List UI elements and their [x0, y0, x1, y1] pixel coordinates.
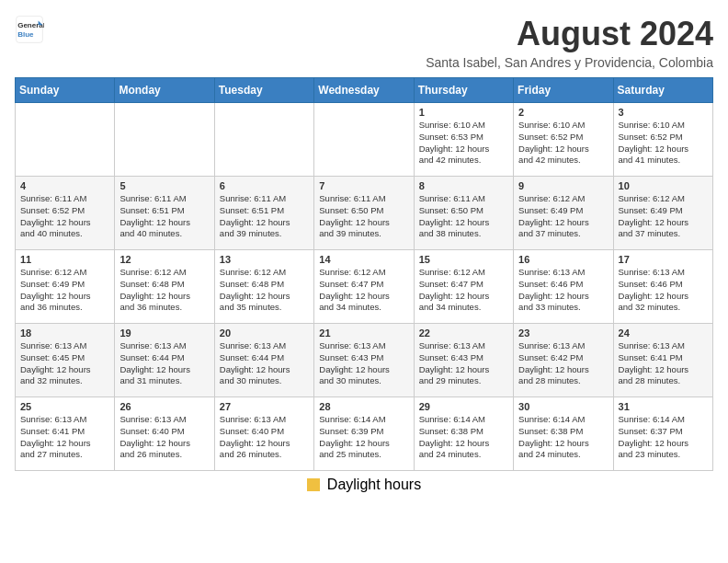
calendar-cell: 20Sunrise: 6:13 AM Sunset: 6:44 PM Dayli… [214, 324, 313, 397]
day-info: Sunrise: 6:13 AM Sunset: 6:44 PM Dayligh… [220, 340, 309, 387]
day-number: 22 [419, 327, 508, 339]
day-number: 30 [518, 401, 608, 412]
calendar-cell: 6Sunrise: 6:11 AM Sunset: 6:51 PM Daylig… [214, 177, 313, 250]
calendar-cell: 27Sunrise: 6:13 AM Sunset: 6:40 PM Dayli… [214, 397, 313, 471]
day-info: Sunrise: 6:13 AM Sunset: 6:43 PM Dayligh… [419, 340, 508, 387]
calendar-cell [314, 103, 414, 177]
header: General Blue August 2024 Santa Isabel, S… [15, 15, 713, 70]
calendar-week-5: 25Sunrise: 6:13 AM Sunset: 6:41 PM Dayli… [16, 397, 713, 471]
day-number: 14 [319, 254, 408, 265]
day-number: 24 [619, 327, 708, 339]
day-info: Sunrise: 6:14 AM Sunset: 6:38 PM Dayligh… [419, 414, 508, 461]
day-info: Sunrise: 6:11 AM Sunset: 6:50 PM Dayligh… [319, 193, 408, 240]
day-info: Sunrise: 6:12 AM Sunset: 6:47 PM Dayligh… [419, 267, 508, 314]
calendar-cell: 31Sunrise: 6:14 AM Sunset: 6:37 PM Dayli… [613, 397, 712, 471]
day-info: Sunrise: 6:13 AM Sunset: 6:45 PM Dayligh… [20, 340, 109, 387]
day-info: Sunrise: 6:14 AM Sunset: 6:39 PM Dayligh… [319, 414, 408, 461]
calendar-cell: 29Sunrise: 6:14 AM Sunset: 6:38 PM Dayli… [414, 397, 513, 471]
calendar-week-2: 4Sunrise: 6:11 AM Sunset: 6:52 PM Daylig… [16, 177, 713, 250]
calendar-week-4: 18Sunrise: 6:13 AM Sunset: 6:45 PM Dayli… [16, 324, 713, 397]
day-number: 7 [319, 180, 408, 191]
calendar-cell: 30Sunrise: 6:14 AM Sunset: 6:38 PM Dayli… [514, 397, 613, 471]
calendar-cell: 28Sunrise: 6:14 AM Sunset: 6:39 PM Dayli… [314, 397, 414, 471]
day-number: 21 [319, 327, 408, 339]
day-info: Sunrise: 6:13 AM Sunset: 6:46 PM Dayligh… [619, 267, 708, 314]
calendar-cell: 12Sunrise: 6:12 AM Sunset: 6:48 PM Dayli… [115, 250, 214, 324]
day-info: Sunrise: 6:10 AM Sunset: 6:53 PM Dayligh… [419, 120, 508, 167]
day-number: 4 [20, 180, 109, 191]
calendar-cell: 22Sunrise: 6:13 AM Sunset: 6:43 PM Dayli… [414, 324, 513, 397]
calendar-cell: 14Sunrise: 6:12 AM Sunset: 6:47 PM Dayli… [314, 250, 414, 324]
day-info: Sunrise: 6:11 AM Sunset: 6:51 PM Dayligh… [119, 193, 209, 240]
calendar-week-1: 1Sunrise: 6:10 AM Sunset: 6:53 PM Daylig… [16, 103, 713, 177]
day-number: 20 [220, 327, 309, 339]
calendar-cell: 2Sunrise: 6:10 AM Sunset: 6:52 PM Daylig… [514, 103, 613, 177]
day-info: Sunrise: 6:12 AM Sunset: 6:49 PM Dayligh… [20, 267, 109, 314]
day-number: 11 [20, 254, 109, 265]
calendar-cell: 1Sunrise: 6:10 AM Sunset: 6:53 PM Daylig… [414, 103, 513, 177]
logo-icon: General Blue [15, 15, 44, 44]
day-number: 19 [119, 327, 209, 339]
calendar-cell [115, 103, 214, 177]
day-info: Sunrise: 6:14 AM Sunset: 6:38 PM Dayligh… [518, 414, 608, 461]
day-info: Sunrise: 6:12 AM Sunset: 6:48 PM Dayligh… [119, 267, 209, 314]
footer-label: Daylight hours [327, 477, 421, 493]
day-number: 26 [119, 401, 209, 412]
daylight-icon [307, 478, 320, 491]
calendar-cell: 26Sunrise: 6:13 AM Sunset: 6:40 PM Dayli… [115, 397, 214, 471]
weekday-header-friday: Friday [514, 78, 613, 103]
day-info: Sunrise: 6:11 AM Sunset: 6:50 PM Dayligh… [419, 193, 508, 240]
title-area: August 2024 Santa Isabel, San Andres y P… [426, 15, 713, 70]
day-number: 23 [518, 327, 608, 339]
calendar-week-3: 11Sunrise: 6:12 AM Sunset: 6:49 PM Dayli… [16, 250, 713, 324]
weekday-header-thursday: Thursday [414, 78, 513, 103]
day-info: Sunrise: 6:10 AM Sunset: 6:52 PM Dayligh… [619, 120, 708, 167]
calendar-cell: 15Sunrise: 6:12 AM Sunset: 6:47 PM Dayli… [414, 250, 513, 324]
calendar-cell: 10Sunrise: 6:12 AM Sunset: 6:49 PM Dayli… [613, 177, 712, 250]
day-info: Sunrise: 6:13 AM Sunset: 6:43 PM Dayligh… [319, 340, 408, 387]
calendar-cell: 19Sunrise: 6:13 AM Sunset: 6:44 PM Dayli… [115, 324, 214, 397]
day-number: 18 [20, 327, 109, 339]
footer-bar: Daylight hours [15, 477, 713, 493]
day-number: 13 [220, 254, 309, 265]
day-info: Sunrise: 6:12 AM Sunset: 6:49 PM Dayligh… [518, 193, 608, 240]
day-number: 25 [20, 401, 109, 412]
day-info: Sunrise: 6:13 AM Sunset: 6:46 PM Dayligh… [518, 267, 608, 314]
calendar-cell: 16Sunrise: 6:13 AM Sunset: 6:46 PM Dayli… [514, 250, 613, 324]
day-info: Sunrise: 6:12 AM Sunset: 6:48 PM Dayligh… [220, 267, 309, 314]
calendar-cell: 4Sunrise: 6:11 AM Sunset: 6:52 PM Daylig… [16, 177, 115, 250]
weekday-header-wednesday: Wednesday [314, 78, 414, 103]
day-number: 9 [518, 180, 608, 191]
day-number: 28 [319, 401, 408, 412]
day-number: 5 [119, 180, 209, 191]
subtitle: Santa Isabel, San Andres y Providencia, … [426, 55, 713, 70]
calendar-cell: 18Sunrise: 6:13 AM Sunset: 6:45 PM Dayli… [16, 324, 115, 397]
day-number: 8 [419, 180, 508, 191]
day-info: Sunrise: 6:12 AM Sunset: 6:49 PM Dayligh… [619, 193, 708, 240]
day-info: Sunrise: 6:13 AM Sunset: 6:41 PM Dayligh… [619, 340, 708, 387]
day-number: 6 [220, 180, 309, 191]
calendar-cell: 5Sunrise: 6:11 AM Sunset: 6:51 PM Daylig… [115, 177, 214, 250]
day-info: Sunrise: 6:10 AM Sunset: 6:52 PM Dayligh… [518, 120, 608, 167]
calendar-table: SundayMondayTuesdayWednesdayThursdayFrid… [15, 77, 713, 471]
calendar-cell: 7Sunrise: 6:11 AM Sunset: 6:50 PM Daylig… [314, 177, 414, 250]
day-number: 3 [619, 107, 708, 118]
calendar-cell: 8Sunrise: 6:11 AM Sunset: 6:50 PM Daylig… [414, 177, 513, 250]
main-title: August 2024 [426, 15, 713, 53]
day-number: 10 [619, 180, 708, 191]
day-number: 1 [419, 107, 508, 118]
day-number: 29 [419, 401, 508, 412]
day-info: Sunrise: 6:11 AM Sunset: 6:51 PM Dayligh… [220, 193, 309, 240]
calendar-cell: 24Sunrise: 6:13 AM Sunset: 6:41 PM Dayli… [613, 324, 712, 397]
calendar-cell [16, 103, 115, 177]
day-number: 31 [619, 401, 708, 412]
day-info: Sunrise: 6:13 AM Sunset: 6:40 PM Dayligh… [220, 414, 309, 461]
weekday-header-tuesday: Tuesday [214, 78, 313, 103]
calendar-cell: 13Sunrise: 6:12 AM Sunset: 6:48 PM Dayli… [214, 250, 313, 324]
logo: General Blue [15, 15, 48, 44]
calendar-cell: 23Sunrise: 6:13 AM Sunset: 6:42 PM Dayli… [514, 324, 613, 397]
weekday-header-monday: Monday [115, 78, 214, 103]
svg-text:Blue: Blue [17, 30, 34, 39]
day-number: 15 [419, 254, 508, 265]
day-number: 17 [619, 254, 708, 265]
